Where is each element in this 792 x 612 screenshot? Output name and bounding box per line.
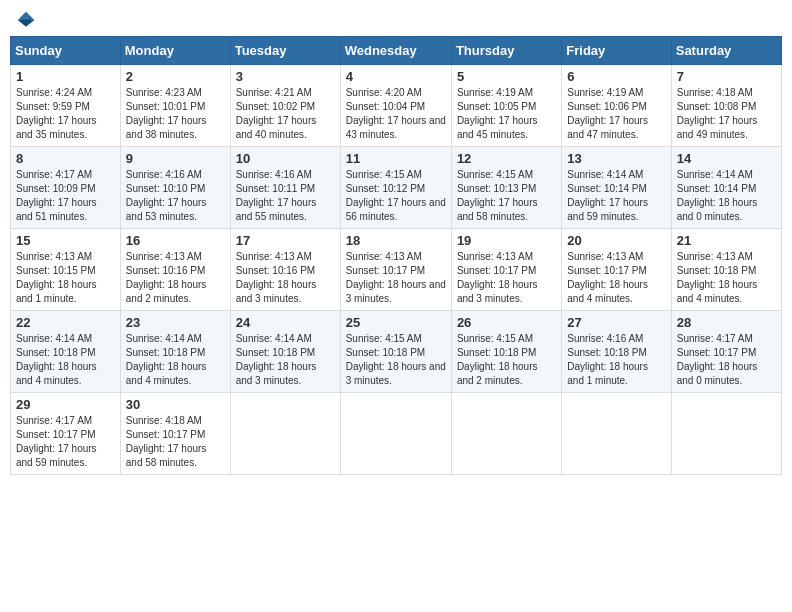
day-number: 26 — [457, 315, 556, 330]
logo-icon — [16, 10, 36, 30]
day-header-wednesday: Wednesday — [340, 37, 451, 65]
calendar-cell — [451, 393, 561, 475]
day-number: 1 — [16, 69, 115, 84]
calendar-cell: 10 Sunrise: 4:16 AM Sunset: 10:11 PM Day… — [230, 147, 340, 229]
day-number: 2 — [126, 69, 225, 84]
day-number: 16 — [126, 233, 225, 248]
day-info: Sunrise: 4:15 AM Sunset: 10:18 PM Daylig… — [346, 332, 446, 388]
calendar-cell: 12 Sunrise: 4:15 AM Sunset: 10:13 PM Day… — [451, 147, 561, 229]
calendar-cell: 11 Sunrise: 4:15 AM Sunset: 10:12 PM Day… — [340, 147, 451, 229]
day-info: Sunrise: 4:13 AM Sunset: 10:16 PM Daylig… — [236, 250, 335, 306]
calendar-cell: 30 Sunrise: 4:18 AM Sunset: 10:17 PM Day… — [120, 393, 230, 475]
day-number: 22 — [16, 315, 115, 330]
calendar-header-row: SundayMondayTuesdayWednesdayThursdayFrid… — [11, 37, 782, 65]
day-info: Sunrise: 4:15 AM Sunset: 10:18 PM Daylig… — [457, 332, 556, 388]
day-number: 28 — [677, 315, 776, 330]
day-number: 21 — [677, 233, 776, 248]
day-number: 12 — [457, 151, 556, 166]
day-number: 20 — [567, 233, 665, 248]
calendar-cell: 13 Sunrise: 4:14 AM Sunset: 10:14 PM Day… — [562, 147, 671, 229]
calendar-cell: 20 Sunrise: 4:13 AM Sunset: 10:17 PM Day… — [562, 229, 671, 311]
calendar-cell: 26 Sunrise: 4:15 AM Sunset: 10:18 PM Day… — [451, 311, 561, 393]
day-info: Sunrise: 4:14 AM Sunset: 10:14 PM Daylig… — [567, 168, 665, 224]
day-number: 18 — [346, 233, 446, 248]
calendar-cell: 24 Sunrise: 4:14 AM Sunset: 10:18 PM Day… — [230, 311, 340, 393]
calendar-table: SundayMondayTuesdayWednesdayThursdayFrid… — [10, 36, 782, 475]
day-number: 10 — [236, 151, 335, 166]
day-number: 3 — [236, 69, 335, 84]
calendar-cell: 5 Sunrise: 4:19 AM Sunset: 10:05 PM Dayl… — [451, 65, 561, 147]
svg-marker-1 — [18, 18, 35, 26]
calendar-week-row: 22 Sunrise: 4:14 AM Sunset: 10:18 PM Day… — [11, 311, 782, 393]
day-info: Sunrise: 4:16 AM Sunset: 10:18 PM Daylig… — [567, 332, 665, 388]
day-number: 24 — [236, 315, 335, 330]
day-info: Sunrise: 4:14 AM Sunset: 10:18 PM Daylig… — [16, 332, 115, 388]
day-number: 29 — [16, 397, 115, 412]
day-info: Sunrise: 4:16 AM Sunset: 10:10 PM Daylig… — [126, 168, 225, 224]
calendar-cell — [562, 393, 671, 475]
day-number: 14 — [677, 151, 776, 166]
day-number: 6 — [567, 69, 665, 84]
day-info: Sunrise: 4:23 AM Sunset: 10:01 PM Daylig… — [126, 86, 225, 142]
day-number: 11 — [346, 151, 446, 166]
day-info: Sunrise: 4:24 AM Sunset: 9:59 PM Dayligh… — [16, 86, 115, 142]
calendar-cell: 2 Sunrise: 4:23 AM Sunset: 10:01 PM Dayl… — [120, 65, 230, 147]
day-number: 19 — [457, 233, 556, 248]
day-info: Sunrise: 4:18 AM Sunset: 10:17 PM Daylig… — [126, 414, 225, 470]
day-info: Sunrise: 4:18 AM Sunset: 10:08 PM Daylig… — [677, 86, 776, 142]
calendar-cell: 21 Sunrise: 4:13 AM Sunset: 10:18 PM Day… — [671, 229, 781, 311]
day-header-tuesday: Tuesday — [230, 37, 340, 65]
day-number: 30 — [126, 397, 225, 412]
calendar-cell: 16 Sunrise: 4:13 AM Sunset: 10:16 PM Day… — [120, 229, 230, 311]
day-header-sunday: Sunday — [11, 37, 121, 65]
day-info: Sunrise: 4:21 AM Sunset: 10:02 PM Daylig… — [236, 86, 335, 142]
calendar-cell: 17 Sunrise: 4:13 AM Sunset: 10:16 PM Day… — [230, 229, 340, 311]
day-header-thursday: Thursday — [451, 37, 561, 65]
day-info: Sunrise: 4:13 AM Sunset: 10:17 PM Daylig… — [457, 250, 556, 306]
calendar-cell — [230, 393, 340, 475]
day-info: Sunrise: 4:13 AM Sunset: 10:15 PM Daylig… — [16, 250, 115, 306]
logo — [14, 10, 36, 30]
day-number: 23 — [126, 315, 225, 330]
day-info: Sunrise: 4:14 AM Sunset: 10:18 PM Daylig… — [236, 332, 335, 388]
calendar-week-row: 1 Sunrise: 4:24 AM Sunset: 9:59 PM Dayli… — [11, 65, 782, 147]
day-number: 25 — [346, 315, 446, 330]
day-info: Sunrise: 4:17 AM Sunset: 10:17 PM Daylig… — [677, 332, 776, 388]
day-info: Sunrise: 4:16 AM Sunset: 10:11 PM Daylig… — [236, 168, 335, 224]
calendar-cell: 18 Sunrise: 4:13 AM Sunset: 10:17 PM Day… — [340, 229, 451, 311]
day-number: 15 — [16, 233, 115, 248]
day-info: Sunrise: 4:13 AM Sunset: 10:18 PM Daylig… — [677, 250, 776, 306]
calendar-cell: 28 Sunrise: 4:17 AM Sunset: 10:17 PM Day… — [671, 311, 781, 393]
calendar-cell: 15 Sunrise: 4:13 AM Sunset: 10:15 PM Day… — [11, 229, 121, 311]
day-number: 4 — [346, 69, 446, 84]
day-info: Sunrise: 4:13 AM Sunset: 10:17 PM Daylig… — [567, 250, 665, 306]
day-number: 9 — [126, 151, 225, 166]
calendar-cell: 7 Sunrise: 4:18 AM Sunset: 10:08 PM Dayl… — [671, 65, 781, 147]
day-number: 8 — [16, 151, 115, 166]
calendar-cell: 19 Sunrise: 4:13 AM Sunset: 10:17 PM Day… — [451, 229, 561, 311]
day-info: Sunrise: 4:17 AM Sunset: 10:17 PM Daylig… — [16, 414, 115, 470]
header — [10, 10, 782, 30]
calendar-cell: 27 Sunrise: 4:16 AM Sunset: 10:18 PM Day… — [562, 311, 671, 393]
calendar-cell: 6 Sunrise: 4:19 AM Sunset: 10:06 PM Dayl… — [562, 65, 671, 147]
calendar-cell: 29 Sunrise: 4:17 AM Sunset: 10:17 PM Day… — [11, 393, 121, 475]
day-info: Sunrise: 4:13 AM Sunset: 10:17 PM Daylig… — [346, 250, 446, 306]
calendar-cell: 9 Sunrise: 4:16 AM Sunset: 10:10 PM Dayl… — [120, 147, 230, 229]
calendar-cell — [340, 393, 451, 475]
calendar-cell: 3 Sunrise: 4:21 AM Sunset: 10:02 PM Dayl… — [230, 65, 340, 147]
day-number: 27 — [567, 315, 665, 330]
day-number: 5 — [457, 69, 556, 84]
day-info: Sunrise: 4:19 AM Sunset: 10:05 PM Daylig… — [457, 86, 556, 142]
calendar-cell — [671, 393, 781, 475]
day-number: 13 — [567, 151, 665, 166]
calendar-cell: 14 Sunrise: 4:14 AM Sunset: 10:14 PM Day… — [671, 147, 781, 229]
day-number: 17 — [236, 233, 335, 248]
calendar-cell: 4 Sunrise: 4:20 AM Sunset: 10:04 PM Dayl… — [340, 65, 451, 147]
calendar-cell: 23 Sunrise: 4:14 AM Sunset: 10:18 PM Day… — [120, 311, 230, 393]
day-number: 7 — [677, 69, 776, 84]
calendar-cell: 8 Sunrise: 4:17 AM Sunset: 10:09 PM Dayl… — [11, 147, 121, 229]
day-info: Sunrise: 4:15 AM Sunset: 10:13 PM Daylig… — [457, 168, 556, 224]
day-info: Sunrise: 4:14 AM Sunset: 10:18 PM Daylig… — [126, 332, 225, 388]
day-info: Sunrise: 4:20 AM Sunset: 10:04 PM Daylig… — [346, 86, 446, 142]
day-info: Sunrise: 4:14 AM Sunset: 10:14 PM Daylig… — [677, 168, 776, 224]
